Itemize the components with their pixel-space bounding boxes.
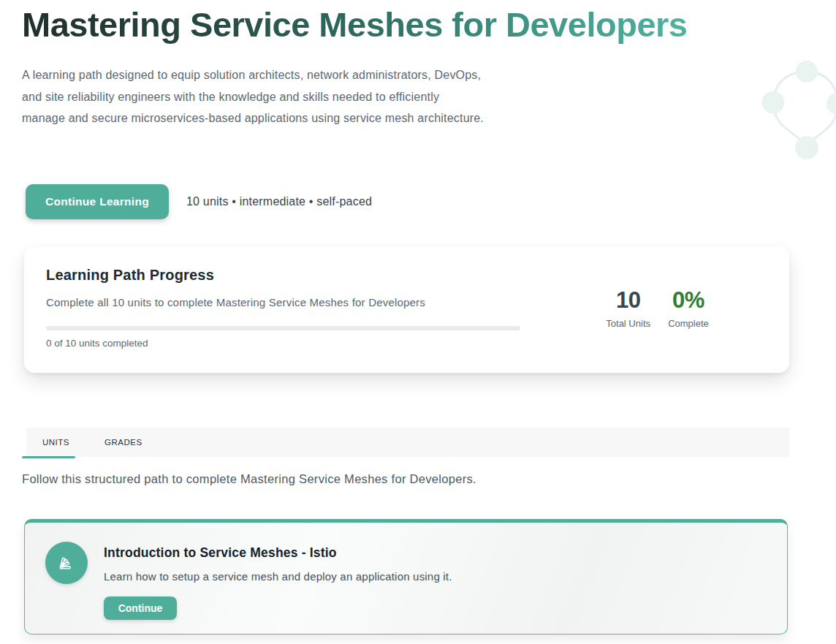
path-meta-text: 10 units • intermediate • self-paced <box>186 195 372 208</box>
progress-card-title: Learning Path Progress <box>46 267 520 284</box>
tab-grades[interactable]: GRADES <box>104 428 142 457</box>
continue-learning-button[interactable]: Continue Learning <box>26 184 169 219</box>
action-row: Continue Learning 10 units • intermediat… <box>26 184 372 219</box>
unit-icon-circle <box>45 542 88 584</box>
learning-path-progress-card: Learning Path Progress Complete all 10 u… <box>24 246 789 373</box>
molecule-graphic <box>745 51 836 183</box>
swatch-fan-icon <box>57 553 76 572</box>
follow-text: Follow this structured path to complete … <box>22 472 476 486</box>
tab-units[interactable]: UNITS <box>42 428 69 457</box>
progress-card-stats: 10 Total Units 0% Complete <box>606 289 710 373</box>
progress-card-subtitle: Complete all 10 units to complete Master… <box>46 296 520 308</box>
unit-body: Introduction to Service Meshes - Istio L… <box>104 542 452 634</box>
stat-total-units-label: Total Units <box>606 318 650 329</box>
progress-card-left: Learning Path Progress Complete all 10 u… <box>46 267 520 373</box>
learning-path-page: Mastering Service Meshes for Developers … <box>0 0 836 644</box>
stat-total-units: 10 Total Units <box>606 289 650 373</box>
tab-grades-label: GRADES <box>104 438 142 447</box>
stat-total-units-value: 10 <box>606 289 650 311</box>
stat-complete-value: 0% <box>666 289 710 311</box>
tab-bar: UNITS GRADES <box>26 428 789 457</box>
unit-title: Introduction to Service Meshes - Istio <box>104 545 452 561</box>
path-description: A learning path designed to equip soluti… <box>22 64 484 129</box>
tab-units-label: UNITS <box>42 438 69 447</box>
unit-card[interactable]: Introduction to Service Meshes - Istio L… <box>24 519 788 634</box>
progress-bar <box>46 326 520 330</box>
page-title: Mastering Service Meshes for Developers <box>22 6 687 44</box>
stat-complete-label: Complete <box>666 318 710 329</box>
unit-description: Learn how to setup a service mesh and de… <box>104 570 452 583</box>
stat-complete: 0% Complete <box>666 289 710 373</box>
unit-continue-button[interactable]: Continue <box>104 596 177 620</box>
active-tab-indicator <box>22 456 75 458</box>
progress-caption: 0 of 10 units completed <box>46 338 520 349</box>
